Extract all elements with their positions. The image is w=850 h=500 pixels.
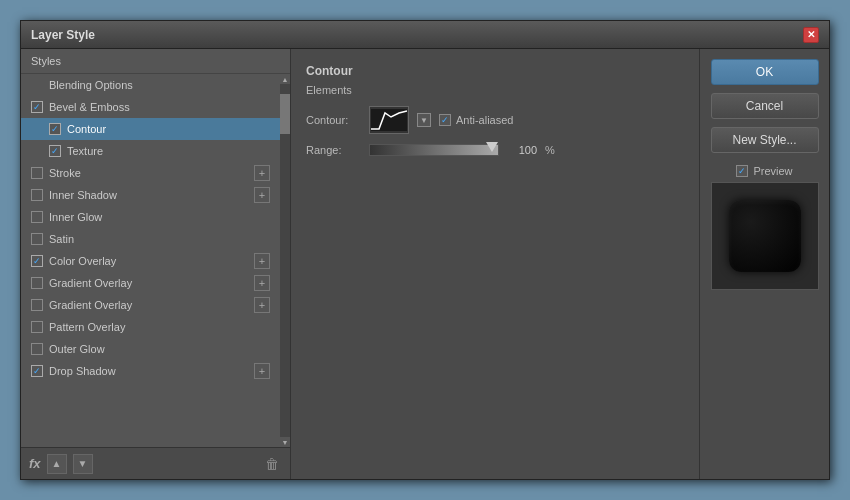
checkbox-inner-glow[interactable] [31, 211, 43, 223]
range-thumb[interactable] [486, 142, 498, 152]
styles-header: Styles [21, 49, 290, 74]
label-pattern-overlay: Pattern Overlay [49, 321, 125, 333]
cancel-button[interactable]: Cancel [711, 93, 819, 119]
label-inner-glow: Inner Glow [49, 211, 102, 223]
checkbox-outer-glow[interactable] [31, 343, 43, 355]
add-btn-drop-shadow[interactable]: + [254, 363, 270, 379]
range-row: Range: 100 % [306, 144, 684, 156]
bottom-toolbar: fx ▲ ▼ 🗑 [21, 447, 290, 479]
contour-label: Contour: [306, 114, 361, 126]
delete-button[interactable]: 🗑 [262, 454, 282, 474]
fx-label: fx [29, 456, 41, 471]
label-gradient-overlay-2: Gradient Overlay [49, 299, 132, 311]
move-down-button[interactable]: ▼ [73, 454, 93, 474]
label-texture: Texture [67, 145, 103, 157]
preview-shape [729, 200, 801, 272]
scroll-up-arrow[interactable]: ▲ [280, 74, 290, 84]
checkbox-contour[interactable] [49, 123, 61, 135]
add-btn-gradient-overlay-1[interactable]: + [254, 275, 270, 291]
label-gradient-overlay-1: Gradient Overlay [49, 277, 132, 289]
checkbox-satin[interactable] [31, 233, 43, 245]
sidebar-item-drop-shadow[interactable]: Drop Shadow+ [21, 360, 280, 382]
scroll-wrapper: Blending OptionsBevel & EmbossContourTex… [21, 74, 290, 447]
new-style-button[interactable]: New Style... [711, 127, 819, 153]
section-subtitle: Elements [306, 84, 684, 96]
sidebar-item-satin[interactable]: Satin [21, 228, 280, 250]
label-blending-options: Blending Options [49, 79, 133, 91]
scroll-track [280, 134, 290, 437]
contour-row: Contour: ▼ Anti-aliased [306, 106, 684, 134]
sidebar-item-outer-glow[interactable]: Outer Glow [21, 338, 280, 360]
label-contour: Contour [67, 123, 106, 135]
anti-alias-checkbox[interactable] [439, 114, 451, 126]
sidebar-item-contour[interactable]: Contour [21, 118, 280, 140]
sidebar-item-gradient-overlay-2[interactable]: Gradient Overlay+ [21, 294, 280, 316]
sidebar-item-stroke[interactable]: Stroke+ [21, 162, 280, 184]
dialog-body: Styles Blending OptionsBevel & EmbossCon… [21, 49, 829, 479]
label-outer-glow: Outer Glow [49, 343, 105, 355]
sidebar-item-color-overlay[interactable]: Color Overlay+ [21, 250, 280, 272]
range-slider[interactable] [369, 144, 499, 156]
ok-button[interactable]: OK [711, 59, 819, 85]
scroll-down-arrow[interactable]: ▼ [280, 437, 290, 447]
dialog-title: Layer Style [31, 28, 95, 42]
checkbox-gradient-overlay-1[interactable] [31, 277, 43, 289]
sidebar-item-bevel-emboss[interactable]: Bevel & Emboss [21, 96, 280, 118]
preview-canvas [711, 182, 819, 290]
sidebar-item-gradient-overlay-1[interactable]: Gradient Overlay+ [21, 272, 280, 294]
checkbox-inner-shadow[interactable] [31, 189, 43, 201]
label-bevel-emboss: Bevel & Emboss [49, 101, 130, 113]
contour-preview[interactable] [369, 106, 409, 134]
preview-section: Preview [710, 165, 819, 290]
checkbox-pattern-overlay[interactable] [31, 321, 43, 333]
sidebar-item-texture[interactable]: Texture [21, 140, 280, 162]
sidebar-item-inner-shadow[interactable]: Inner Shadow+ [21, 184, 280, 206]
contour-curve-svg [371, 109, 407, 131]
middle-panel: Contour Elements Contour: ▼ Anti-aliased… [291, 49, 699, 479]
checkbox-color-overlay[interactable] [31, 255, 43, 267]
title-bar: Layer Style ✕ [21, 21, 829, 49]
checkbox-bevel-emboss[interactable] [31, 101, 43, 113]
styles-label: Styles [31, 55, 61, 67]
checkbox-stroke[interactable] [31, 167, 43, 179]
scroll-thumb[interactable] [280, 94, 290, 134]
preview-label: Preview [753, 165, 792, 177]
add-btn-stroke[interactable]: + [254, 165, 270, 181]
checkbox-gradient-overlay-2[interactable] [31, 299, 43, 311]
scrollbar[interactable]: ▲ ▼ [280, 74, 290, 447]
close-button[interactable]: ✕ [803, 27, 819, 43]
range-value: 100 [507, 144, 537, 156]
range-unit: % [545, 144, 555, 156]
add-btn-gradient-overlay-2[interactable]: + [254, 297, 270, 313]
label-inner-shadow: Inner Shadow [49, 189, 117, 201]
section-title: Contour [306, 64, 684, 78]
checkbox-drop-shadow[interactable] [31, 365, 43, 377]
label-stroke: Stroke [49, 167, 81, 179]
anti-alias-row: Anti-aliased [439, 114, 513, 126]
label-color-overlay: Color Overlay [49, 255, 116, 267]
right-panel: OK Cancel New Style... Preview [699, 49, 829, 479]
label-satin: Satin [49, 233, 74, 245]
label-drop-shadow: Drop Shadow [49, 365, 116, 377]
contour-dropdown-arrow[interactable]: ▼ [417, 113, 431, 127]
sidebar-item-inner-glow[interactable]: Inner Glow [21, 206, 280, 228]
layer-list: Blending OptionsBevel & EmbossContourTex… [21, 74, 280, 447]
layer-style-dialog: Layer Style ✕ Styles Blending OptionsBev… [20, 20, 830, 480]
left-panel: Styles Blending OptionsBevel & EmbossCon… [21, 49, 291, 479]
checkbox-texture[interactable] [49, 145, 61, 157]
preview-label-row: Preview [736, 165, 792, 177]
move-up-button[interactable]: ▲ [47, 454, 67, 474]
add-btn-color-overlay[interactable]: + [254, 253, 270, 269]
add-btn-inner-shadow[interactable]: + [254, 187, 270, 203]
preview-checkbox[interactable] [736, 165, 748, 177]
anti-alias-label: Anti-aliased [456, 114, 513, 126]
sidebar-item-pattern-overlay[interactable]: Pattern Overlay [21, 316, 280, 338]
range-label: Range: [306, 144, 361, 156]
sidebar-item-blending-options[interactable]: Blending Options [21, 74, 280, 96]
